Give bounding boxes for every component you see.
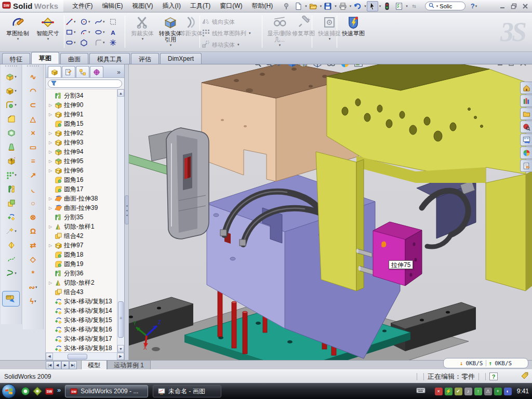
tag-icon[interactable] (521, 371, 529, 381)
tree-item[interactable]: 圆角18 (48, 250, 124, 259)
doc-tab-运动算例 1[interactable]: 运动算例 1 (107, 360, 151, 370)
surface-tool-6[interactable]: ≡ (24, 154, 43, 168)
tree-item[interactable]: 实体-移动/复制13 (48, 297, 124, 306)
dropdown-icon[interactable]: ▾ (103, 30, 105, 34)
scroll-down-button[interactable]: ▼ (117, 345, 124, 352)
part-sprue-insert[interactable] (129, 128, 209, 239)
q-undo-dropdown-icon[interactable]: ▾ (364, 4, 366, 8)
tree-item[interactable]: ▷切除-放样2 (48, 278, 124, 287)
quicklaunch-ql-av[interactable] (32, 386, 43, 396)
dropdown-icon[interactable]: ▾ (364, 64, 366, 65)
tab-DimXpert[interactable]: DimXpert (160, 53, 202, 64)
ribbon-button-r-mirror[interactable]: 镜向实体 (202, 17, 251, 27)
network-speed-widget[interactable]: ↓ 0KB/S ↑ 0KB/S (443, 358, 528, 368)
dropdown-icon[interactable]: ▾ (47, 37, 49, 41)
splitter-grip[interactable]: ◂◂◂ (125, 195, 129, 224)
q-print-button[interactable] (337, 1, 349, 11)
dropdown-icon[interactable]: ▾ (336, 64, 338, 65)
tree-item[interactable]: 实体-移动/复制17 (48, 334, 124, 343)
search-input[interactable] (440, 3, 464, 9)
feature-tool-combine[interactable] (2, 196, 21, 210)
tray-icon-0[interactable]: × (435, 388, 443, 395)
feature-tool-sparkle[interactable]: ▾ (2, 224, 21, 238)
surface-tool-4[interactable]: × (24, 126, 43, 140)
dropdown-icon[interactable]: ▾ (329, 37, 331, 41)
surface-tool-14[interactable]: * (24, 266, 43, 280)
dropdown-icon[interactable]: ▾ (17, 37, 19, 41)
taskpane-tp-palette[interactable] (520, 134, 532, 146)
tray-icon-2[interactable]: ✔ (455, 388, 462, 395)
taskpane-tp-lib[interactable] (520, 95, 532, 107)
tray-icon-5[interactable]: ⚠ (484, 388, 492, 395)
sketch-tool-polygon[interactable] (80, 37, 95, 48)
feature-tool-helix[interactable]: ▾ (2, 266, 21, 280)
task-button[interactable]: SWSolidWorks 2009 - ... (65, 385, 148, 397)
dropdown-icon[interactable]: ▾ (15, 173, 17, 177)
feature-tool-movecopy[interactable] (2, 210, 21, 224)
doc-tab-模型[interactable]: 模型 (81, 360, 107, 370)
headsup-h-mag[interactable] (275, 64, 286, 69)
ribbon-button-r-dim[interactable]: 智能尺寸▾ (33, 14, 62, 50)
dropdown-icon[interactable]: ▾ (350, 64, 352, 65)
tree-item[interactable]: 实体-移动/复制16 (48, 325, 124, 334)
q-print-dropdown-icon[interactable]: ▾ (350, 4, 352, 8)
taskpane-tp-ball[interactable] (520, 147, 532, 159)
feature-tool-draft[interactable] (2, 140, 21, 154)
tab-特征[interactable]: 特征 (2, 53, 30, 64)
graphics-viewport[interactable]: ▾▾▾▾▾ 拉伸75 Y Z X (129, 64, 532, 360)
expand-icon[interactable]: ▷ (48, 140, 53, 145)
tree-item[interactable]: 圆角16 (48, 175, 124, 184)
surface-tool-0[interactable]: ∿ (24, 70, 43, 84)
surface-tool-8[interactable]: ◟ (24, 182, 43, 196)
surface-tool-11[interactable]: Ω (24, 224, 43, 238)
feature-tool-axis[interactable] (2, 238, 21, 252)
tree-item[interactable]: ▷拉伸97 (48, 241, 124, 250)
tray-icon-6[interactable]: + (494, 388, 502, 395)
feature-tool-curve[interactable] (2, 252, 21, 266)
tree-item[interactable]: ▷拉伸96 (48, 166, 124, 175)
expand-icon[interactable]: ▷ (48, 150, 53, 154)
sketch-tool-rect[interactable]: ▾ (65, 27, 80, 37)
surface-tool-12[interactable]: ⇄ (24, 238, 43, 252)
dropdown-icon[interactable]: ▾ (88, 30, 90, 34)
part-side-core[interactable] (373, 222, 422, 286)
surface-tool-7[interactable]: ↗ (24, 168, 43, 182)
ribbon-button-r-rapid[interactable]: 快速草图 (339, 14, 368, 50)
menu-item[interactable]: 帮助(H) (247, 0, 278, 12)
dropdown-icon[interactable]: ▾ (88, 20, 90, 24)
tree-item[interactable]: ▷拉伸91 (48, 110, 124, 119)
dropdown-icon[interactable]: ▾ (103, 41, 105, 45)
tree-vertical-scrollbar[interactable]: ▲ ▼ (117, 89, 124, 352)
taskpane-tp-folder[interactable] (520, 108, 532, 120)
scroll-right-button[interactable]: ▶ (117, 353, 124, 360)
doc-close-button[interactable] (520, 64, 527, 69)
tray-icon-1[interactable]: ⚡ (445, 388, 453, 395)
help-button[interactable]: ? (471, 2, 475, 10)
headsup-h-appear[interactable]: ▾ (340, 64, 353, 69)
quick-tips-button[interactable]: ? (489, 373, 498, 380)
scroll-up-button[interactable]: ▲ (117, 89, 124, 97)
dropdown-icon[interactable]: ▾ (142, 37, 144, 41)
q-save-button[interactable] (322, 1, 334, 11)
tree-item[interactable]: 组合43 (48, 287, 124, 297)
dropdown-icon[interactable]: ▾ (15, 271, 17, 275)
feature-tool-cut[interactable]: ▾ (2, 84, 21, 98)
panel-splitter[interactable]: ◂◂◂ (125, 64, 129, 360)
sketch-tool-selbox[interactable] (109, 17, 124, 27)
sketch-tool-line[interactable]: ▾ (65, 17, 80, 27)
expand-icon[interactable]: ▷ (48, 159, 53, 164)
q-misc-button[interactable]: ⇆ (408, 1, 420, 11)
dropdown-icon[interactable]: ▾ (170, 43, 172, 47)
taskpane-tp-home[interactable] (520, 82, 532, 94)
tree-item[interactable]: 分割35 (48, 212, 124, 222)
headsup-h-zoomfit[interactable] (252, 64, 263, 69)
start-button[interactable] (2, 384, 16, 398)
expand-icon[interactable]: ▷ (48, 224, 53, 229)
fm-tab-dx[interactable] (90, 66, 103, 77)
q-list-dropdown-icon[interactable]: ▾ (406, 4, 408, 8)
dropdown-icon[interactable]: ▾ (34, 299, 36, 303)
tree-item[interactable]: 分割34 (48, 91, 124, 100)
feature-tool-hole[interactable]: * (2, 154, 21, 168)
tree-item[interactable]: ▷拉伸95 (48, 156, 124, 166)
feature-tool-splitL[interactable] (2, 182, 21, 196)
